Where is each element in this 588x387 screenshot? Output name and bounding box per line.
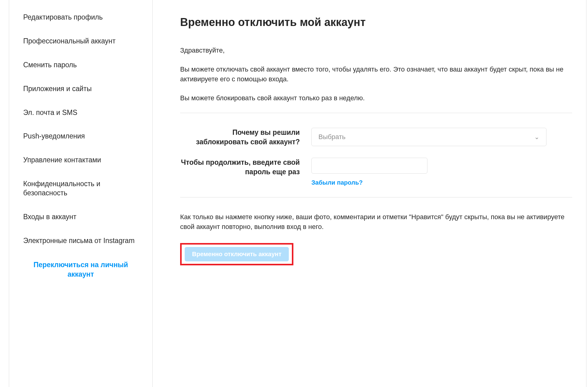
- sidebar-item-label: Push-уведомления: [23, 132, 85, 140]
- sidebar-item-label: Эл. почта и SMS: [23, 109, 77, 116]
- sidebar-item-label: Приложения и сайты: [23, 85, 92, 93]
- password-label: Чтобы продолжить, введите свой пароль ещ…: [180, 158, 311, 177]
- forgot-password-link[interactable]: Забыли пароль?: [311, 179, 363, 186]
- sidebar-item-push-notifications[interactable]: Push-уведомления: [9, 124, 152, 148]
- body-text-2: Вы можете блокировать свой аккаунт тольк…: [180, 93, 572, 103]
- section-divider: [180, 197, 572, 197]
- sidebar-item-label: Сменить пароль: [23, 61, 77, 69]
- section-divider: [180, 113, 572, 113]
- body-text-1: Вы можете отключать свой аккаунт вместо …: [180, 64, 572, 84]
- sidebar-item-professional-account[interactable]: Профессиональный аккаунт: [9, 29, 152, 53]
- reason-select-placeholder: Выбрать: [318, 133, 346, 141]
- sidebar-item-label: Входы в аккаунт: [23, 213, 76, 221]
- sidebar-item-label: Редактировать профиль: [23, 13, 103, 21]
- disable-button-highlight: Временно отключить аккаунт: [180, 243, 293, 265]
- switch-to-personal-account-link[interactable]: Переключиться на личный аккаунт: [9, 253, 152, 286]
- confirm-note: Как только вы нажмете кнопку ниже, ваши …: [180, 212, 572, 232]
- reason-label: Почему вы решили заблокировать свой акка…: [180, 128, 311, 147]
- sidebar-item-edit-profile[interactable]: Редактировать профиль: [9, 6, 152, 29]
- page-title: Временно отключить мой аккаунт: [180, 16, 572, 29]
- intro-text: Здравствуйте, Вы можете отключать свой а…: [180, 46, 572, 103]
- password-input[interactable]: [311, 158, 427, 174]
- settings-sidebar: Редактировать профиль Профессиональный а…: [9, 0, 153, 387]
- sidebar-item-manage-contacts[interactable]: Управление контактами: [9, 148, 152, 172]
- greeting-text: Здравствуйте,: [180, 46, 572, 55]
- sidebar-item-email-sms[interactable]: Эл. почта и SMS: [9, 101, 152, 125]
- reason-row: Почему вы решили заблокировать свой акка…: [180, 128, 572, 147]
- sidebar-item-label: Профессиональный аккаунт: [23, 37, 116, 45]
- sidebar-item-privacy-security[interactable]: Конфиденциальность и безопасность: [9, 172, 152, 205]
- sidebar-item-label: Электронные письма от Instagram: [23, 237, 135, 245]
- reason-select[interactable]: Выбрать ⌄: [311, 128, 546, 146]
- password-row: Чтобы продолжить, введите свой пароль ещ…: [180, 158, 572, 186]
- sidebar-item-login-activity[interactable]: Входы в аккаунт: [9, 205, 152, 229]
- main-content: Временно отключить мой аккаунт Здравству…: [153, 0, 586, 387]
- sidebar-item-label: Конфиденциальность и безопасность: [23, 180, 100, 197]
- sidebar-item-apps-and-websites[interactable]: Приложения и сайты: [9, 77, 152, 101]
- temporarily-disable-account-button[interactable]: Временно отключить аккаунт: [185, 247, 289, 261]
- sidebar-item-change-password[interactable]: Сменить пароль: [9, 53, 152, 77]
- chevron-down-icon: ⌄: [534, 133, 539, 141]
- sidebar-item-label: Управление контактами: [23, 156, 101, 164]
- sidebar-item-emails-from-instagram[interactable]: Электронные письма от Instagram: [9, 229, 152, 253]
- switch-link-label: Переключиться на личный аккаунт: [34, 261, 128, 278]
